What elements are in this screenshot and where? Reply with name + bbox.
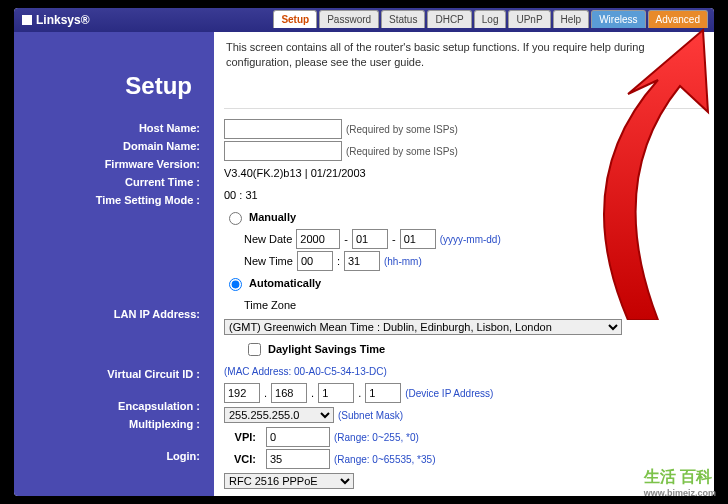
lbl-domain: Domain Name: — [14, 138, 214, 156]
lbl-vcid: Virtual Circuit ID : — [14, 366, 214, 384]
tab-dhcp[interactable]: DHCP — [427, 10, 471, 28]
ip-d-input[interactable] — [365, 383, 401, 403]
ip-a-input[interactable] — [224, 383, 260, 403]
vci-lbl: VCI: — [224, 453, 262, 465]
lbl-host: Host Name: — [14, 120, 214, 138]
main-panel: This screen contains all of the router's… — [214, 32, 714, 496]
lbl-tmode: Time Setting Mode : — [14, 192, 214, 210]
tab-password[interactable]: Password — [319, 10, 379, 28]
encap-select[interactable]: RFC 2516 PPPoE — [224, 473, 354, 489]
brand: Linksys® — [36, 13, 90, 27]
vpi-lbl: VPI: — [224, 431, 262, 443]
sidebar: Setup Host Name: Domain Name: Firmware V… — [14, 32, 214, 496]
tz-select[interactable]: (GMT) Greenwich Mean Time : Dublin, Edin… — [224, 319, 622, 335]
hint-domain: (Required by some ISPs) — [346, 146, 458, 157]
watermark: 生活 百科 www.bimeiz.com — [644, 467, 716, 498]
page-title: Setup — [14, 44, 214, 120]
tab-advanced[interactable]: Advanced — [648, 10, 708, 28]
tab-wireless[interactable]: Wireless — [591, 10, 645, 28]
firmware-value: V3.40(FK.2)b13 | 01/21/2003 — [224, 167, 366, 179]
dst-label: Daylight Savings Time — [268, 343, 385, 355]
hint-host: (Required by some ISPs) — [346, 124, 458, 135]
nd-month-input[interactable] — [352, 229, 388, 249]
tz-lbl: Time Zone — [244, 299, 296, 311]
tab-setup[interactable]: Setup — [273, 10, 317, 28]
new-date-lbl: New Date — [244, 233, 292, 245]
lbl-mux: Multiplexing : — [14, 416, 214, 434]
ip-c-input[interactable] — [318, 383, 354, 403]
domain-name-input[interactable] — [224, 141, 342, 161]
hint-vci: (Range: 0~65535, *35) — [334, 454, 435, 465]
manual-label: Manually — [249, 211, 296, 223]
lbl-lan: LAN IP Address: — [14, 306, 214, 324]
ip-b-input[interactable] — [271, 383, 307, 403]
vci-input[interactable] — [266, 449, 330, 469]
tab-upnp[interactable]: UPnP — [508, 10, 550, 28]
hint-vpi: (Range: 0~255, *0) — [334, 432, 419, 443]
host-name-input[interactable] — [224, 119, 342, 139]
tabstrip: Setup Password Status DHCP Log UPnP Help… — [273, 10, 708, 28]
nd-day-input[interactable] — [400, 229, 436, 249]
nd-year-input[interactable] — [296, 229, 340, 249]
subnet-select[interactable]: 255.255.255.0 — [224, 407, 334, 423]
tab-status[interactable]: Status — [381, 10, 425, 28]
hint-devip: (Device IP Address) — [405, 388, 493, 399]
nt-min-input[interactable] — [344, 251, 380, 271]
lbl-encap: Encapsulation : — [14, 398, 214, 416]
dst-checkbox[interactable] — [248, 343, 261, 356]
mac-lbl: (MAC Address: 00-A0-C5-34-13-DC) — [224, 366, 387, 377]
lbl-time: Current Time : — [14, 174, 214, 192]
auto-label: Automatically — [249, 277, 321, 289]
nt-hour-input[interactable] — [297, 251, 333, 271]
description: This screen contains all of the router's… — [224, 38, 704, 109]
lbl-fw: Firmware Version: — [14, 156, 214, 174]
logo-icon — [22, 15, 32, 25]
current-time-value: 00 : 31 — [224, 189, 258, 201]
hint-subnet: (Subnet Mask) — [338, 410, 403, 421]
radio-manual[interactable] — [229, 212, 242, 225]
lbl-login: Login: — [14, 448, 214, 466]
hint-yyyy: (yyyy-mm-dd) — [440, 234, 501, 245]
new-time-lbl: New Time — [244, 255, 293, 267]
hint-hhmm: (hh-mm) — [384, 256, 422, 267]
tab-log[interactable]: Log — [474, 10, 507, 28]
vpi-input[interactable] — [266, 427, 330, 447]
radio-auto[interactable] — [229, 278, 242, 291]
tab-help[interactable]: Help — [553, 10, 590, 28]
